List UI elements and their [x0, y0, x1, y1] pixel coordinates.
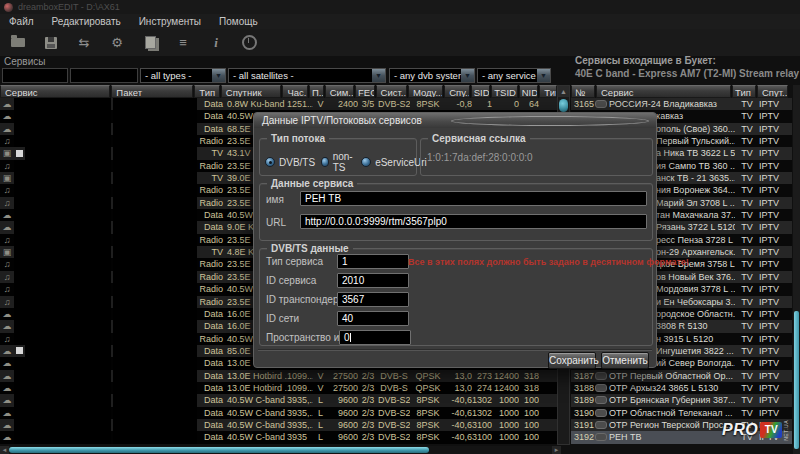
column-header[interactable]: Сервис — [596, 85, 731, 98]
name-field[interactable]: РЕН ТВ — [300, 191, 647, 206]
table-row[interactable]: 3189ОТР Брянская Губерния 387...TVIPTV — [571, 394, 792, 406]
service-filter-dropdown[interactable]: - any service - ▼ — [477, 68, 551, 83]
dialog-titlebar[interactable]: Данные IPTV/Потоковых сервисов — [254, 113, 656, 128]
menu-file[interactable]: Файл — [0, 16, 43, 27]
column-header[interactable]: Час... — [282, 85, 308, 98]
table-row[interactable]: Data40.5W C-band3935L96002/3DVB-S28PSK-4… — [0, 431, 557, 443]
dvb-system-filter-dropdown[interactable]: - any dvb system - ▼ — [389, 68, 475, 83]
right-scrollbar-thumb[interactable] — [794, 311, 799, 449]
close-icon[interactable] — [451, 116, 650, 126]
package-search-input[interactable] — [70, 68, 138, 83]
column-header[interactable]: Спут... — [757, 85, 788, 98]
menu-help[interactable]: Помощь — [210, 16, 267, 27]
info-button[interactable]: i — [201, 32, 231, 54]
table-row[interactable]: 3165РОССИЯ-24 ВладикавказTVIPTV — [571, 98, 792, 110]
shutdown-button[interactable] — [234, 32, 264, 54]
satellite-cell: IPTV — [759, 98, 792, 110]
type-cell: TV — [735, 147, 759, 159]
save-button[interactable]: Сохранить — [548, 352, 596, 369]
type-cell: Radio — [199, 160, 225, 172]
service-type-field[interactable]: 1 — [337, 254, 409, 269]
column-header[interactable]: Сервис — [0, 85, 110, 98]
service-type-icon — [0, 246, 14, 258]
column-header[interactable]: NID — [519, 85, 539, 98]
column-header[interactable]: № — [571, 85, 595, 98]
type-cell: TV — [735, 172, 759, 184]
table-row[interactable]: Data13.0E Hotbird ...1099...V275002/3DVB… — [0, 370, 557, 382]
frequency-cell: 1099... — [287, 382, 313, 394]
column-header[interactable]: Тип — [194, 85, 220, 98]
table-row[interactable]: 3188ОТР Архыз24 3865 L 5130TVIPTV — [571, 382, 792, 394]
service-search-input[interactable] — [2, 68, 68, 83]
namespace-field[interactable]: 0 — [339, 330, 411, 345]
cancel-button[interactable]: Отменить — [601, 352, 649, 369]
package-cell — [113, 197, 197, 209]
symbolrate-cell: 27500 — [328, 370, 358, 382]
save-button[interactable] — [36, 32, 66, 54]
service-type-icon — [0, 394, 14, 406]
service-id-field[interactable]: 2010 — [337, 273, 409, 288]
chevron-down-icon[interactable]: ▼ — [461, 69, 474, 82]
type-cell: Data — [199, 308, 225, 320]
type-filter-dropdown[interactable]: - all types - ▼ — [140, 68, 226, 83]
satellite-filter-dropdown[interactable]: - all satellites - ▼ — [228, 68, 386, 83]
service-filter-value: - any service - — [478, 70, 537, 81]
scroll-right-arrow-icon[interactable]: ► — [552, 446, 561, 454]
column-header[interactable]: Моду... — [408, 85, 443, 98]
satellite-cell: 40.5W C-band ... — [225, 419, 287, 431]
column-header[interactable]: Сист... — [376, 85, 407, 98]
table-row[interactable]: Data0.8W Ku-band ...1251...V24003/5DVB-S… — [0, 98, 557, 110]
column-header[interactable]: Сим... — [325, 85, 354, 98]
column-header[interactable]: Тип... — [539, 85, 557, 98]
column-header[interactable]: Тип — [732, 85, 756, 98]
satellite-cell: 40.5W C-band ... — [225, 394, 287, 406]
chevron-down-icon[interactable]: ▼ — [372, 69, 385, 82]
scroll-up-arrow-icon[interactable]: ▲ — [558, 86, 569, 97]
column-header[interactable]: Пакет — [111, 85, 193, 98]
settings-button[interactable]: ⚙ — [102, 32, 132, 54]
radio-eserviceuri[interactable]: eServiceUri — [361, 151, 427, 173]
column-header[interactable]: FEC — [355, 85, 375, 98]
left-scrollbar-thumb[interactable] — [559, 99, 568, 112]
copy-button[interactable] — [135, 32, 165, 54]
service-type-icon — [0, 320, 14, 332]
package-cell — [113, 258, 197, 270]
menu-tools[interactable]: Инструменты — [130, 16, 210, 27]
sid-cell: 1 — [472, 98, 492, 110]
right-vertical-scrollbar[interactable] — [793, 85, 800, 454]
list-button[interactable]: ≡ — [168, 32, 198, 54]
horizontal-scrollbar-thumb[interactable] — [9, 447, 429, 453]
column-header[interactable]: Спутник — [221, 85, 282, 98]
column-header[interactable]: SID — [471, 85, 491, 98]
scroll-left-arrow-icon[interactable]: ◄ — [0, 446, 9, 454]
service-name-cell — [14, 382, 111, 394]
bouquet-table-header: № Сервис Тип Спут... — [571, 85, 792, 98]
open-file-button[interactable] — [3, 32, 33, 54]
column-header[interactable]: Спу... — [444, 85, 470, 98]
horizontal-scrollbar[interactable]: ◄ ► — [0, 446, 561, 454]
list-lines-icon: ≡ — [179, 36, 187, 49]
radio-dvbts[interactable]: DVB/TS — [265, 151, 315, 173]
dvbts-data-label: DVB/TS данные — [267, 243, 353, 254]
radio-nonts[interactable]: non-TS — [321, 151, 355, 173]
type-cell: TV — [735, 98, 759, 110]
column-header[interactable]: П... — [309, 85, 324, 98]
url-field[interactable]: http://0.0.0.0:9999/rtm/3567plp0 — [300, 214, 647, 229]
service-name-cell — [14, 320, 111, 332]
table-row[interactable]: Data40.5W C-band ...3935,...L96002/3DVB-… — [0, 419, 557, 431]
table-row[interactable]: 3187ОТР Первый Областной Ор...TVIPTV — [571, 370, 792, 382]
chevron-down-icon[interactable]: ▼ — [212, 69, 225, 82]
chevron-down-icon[interactable]: ▼ — [537, 69, 550, 82]
table-row[interactable]: Data13.0E Hotbird ...1099...V275002/3DVB… — [0, 382, 557, 394]
column-header[interactable]: TSID — [491, 85, 517, 98]
table-row[interactable]: Data40.5W C-band ...3935,...L96002/3DVB-… — [0, 394, 557, 406]
service-type-icon — [0, 184, 14, 196]
table-row[interactable]: 3190ОТР Областной Телеканал ...TVIPTV — [571, 407, 792, 419]
menu-edit[interactable]: Редактировать — [43, 16, 130, 27]
table-row[interactable]: Data40.5W C-band ...3935,...L96002/3DVB-… — [0, 407, 557, 419]
transponder-id-field[interactable]: 3567 — [337, 292, 409, 307]
type-cell: TV — [735, 258, 759, 270]
type-cell: TV — [735, 308, 759, 320]
network-id-field[interactable]: 40 — [337, 311, 409, 326]
ftp-transfer-button[interactable]: ⇆ — [69, 32, 99, 54]
